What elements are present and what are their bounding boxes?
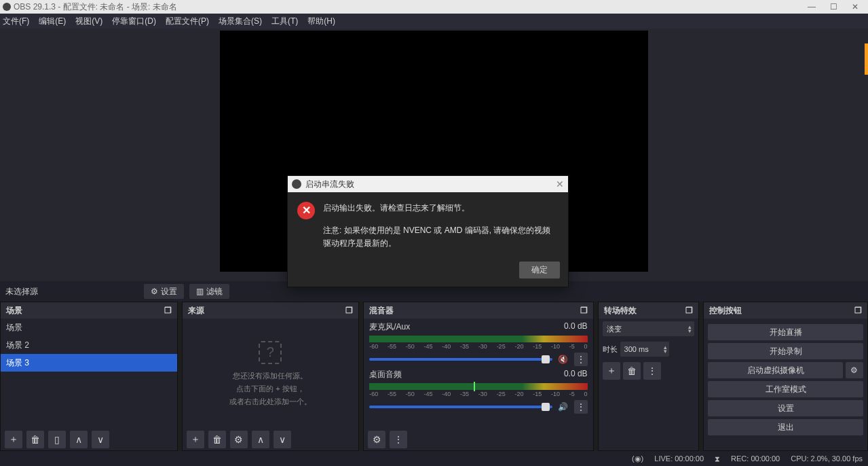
source-filters-button[interactable]: ▥ 滤镜 <box>189 284 229 299</box>
edge-indicator <box>865 43 868 75</box>
source-settings-button[interactable]: ⚙ <box>230 431 248 448</box>
dialog-message-line1: 启动输出失败。请检查日志来了解细节。 <box>323 202 559 215</box>
controls-panel: 控制按钮 ❐ 开始直播 开始录制 启动虚拟摄像机 ⚙ 工作室模式 设置 退出 <box>703 302 868 451</box>
sources-empty-line1: 您还没有添加任何源。 <box>233 371 307 381</box>
settings-button[interactable]: 设置 <box>708 400 863 416</box>
studio-mode-button[interactable]: 工作室模式 <box>708 381 863 397</box>
status-bar: (◉) LIVE: 00:00:00 ⧗ REC: 00:00:00 CPU: … <box>0 451 868 466</box>
sources-empty-line3: 或者右击此处添加一个。 <box>229 397 312 407</box>
duration-value: 300 ms <box>624 345 649 353</box>
start-stream-button[interactable]: 开始直播 <box>708 324 863 340</box>
channel-name: 桌面音频 <box>369 369 402 380</box>
menu-help[interactable]: 帮助(H) <box>307 16 335 27</box>
gear-icon: ⚙ <box>151 287 158 296</box>
status-cpu: CPU: 2.0%, 30.00 fps <box>791 454 863 463</box>
menu-scene-collection[interactable]: 场景集合(S) <box>219 16 262 27</box>
transitions-panel: 转场特效 ❐ 淡变 ▴▾ 时长 300 ms ▴▾ ＋ 🗑 <box>598 302 700 451</box>
volume-slider[interactable] <box>369 358 552 361</box>
volume-meter <box>369 336 587 342</box>
volume-slider[interactable] <box>369 406 552 408</box>
exit-button[interactable]: 退出 <box>708 419 863 435</box>
source-filters-label: 滤镜 <box>206 286 223 298</box>
dialog-message-line2: 注意: 如果你使用的是 NVENC 或 AMD 编码器, 请确保您的视频驱动程序… <box>323 224 559 250</box>
move-scene-up-button[interactable]: ∧ <box>70 431 88 448</box>
add-source-button[interactable]: ＋ <box>187 431 204 448</box>
mixer-channel: 麦克风/Aux0.0 dB-60-55-50-45-40-35-30-25-20… <box>364 319 592 366</box>
menu-edit[interactable]: 编辑(E) <box>39 16 66 27</box>
updown-icon: ▴▾ <box>664 345 667 353</box>
transition-current: 淡变 <box>607 324 622 334</box>
mixer-panel: 混音器 ❐ 麦克风/Aux0.0 dB-60-55-50-45-40-35-30… <box>363 302 593 451</box>
trash-icon: 🗑 <box>212 434 222 445</box>
duration-spinbox[interactable]: 300 ms ▴▾ <box>620 342 669 357</box>
app-logo-icon <box>3 3 11 11</box>
scenes-list: 场景场景 2场景 3 <box>1 319 177 429</box>
mixer-panel-title: 混音器 <box>369 305 394 317</box>
mixer-advanced-button[interactable]: ⚙ <box>368 431 385 448</box>
status-rec: REC: 00:00:00 <box>731 454 780 463</box>
maximize-button[interactable]: ☐ <box>829 2 838 12</box>
scene-item[interactable]: 场景 3 <box>1 354 177 372</box>
scenes-panel: 场景 ❐ 场景场景 2场景 3 ＋ 🗑 ▯ ∧ ∨ <box>0 302 178 451</box>
minimize-button[interactable]: — <box>807 2 816 12</box>
sources-empty-state: ? 您还没有添加任何源。 点击下面的 + 按钮， 或者右击此处添加一个。 <box>183 319 359 429</box>
scene-filter-button[interactable]: ▯ <box>48 431 66 448</box>
close-button[interactable]: ✕ <box>850 2 860 12</box>
popout-icon[interactable]: ❐ <box>854 306 862 315</box>
remove-source-button[interactable]: 🗑 <box>208 431 226 448</box>
source-properties-button[interactable]: ⚙ 设置 <box>144 284 184 299</box>
transition-props-button[interactable]: ⋮ <box>643 362 661 380</box>
menu-dock[interactable]: 停靠窗口(D) <box>112 16 156 27</box>
sources-panel-title: 来源 <box>188 305 204 317</box>
error-dialog: 启动串流失败 ✕ ✕ 启动输出失败。请检查日志来了解细节。 注意: 如果你使用的… <box>287 175 569 287</box>
menu-tools[interactable]: 工具(T) <box>271 16 298 27</box>
dialog-close-button[interactable]: ✕ <box>556 179 564 190</box>
add-scene-button[interactable]: ＋ <box>5 431 22 448</box>
sources-empty-line2: 点击下面的 + 按钮， <box>236 384 305 394</box>
sources-panel: 来源 ❐ ? 您还没有添加任何源。 点击下面的 + 按钮， 或者右击此处添加一个… <box>182 302 360 451</box>
kebab-icon: ⋮ <box>647 365 657 376</box>
remove-transition-button[interactable]: 🗑 <box>623 362 641 380</box>
kebab-icon: ⋮ <box>394 434 403 445</box>
meter-ticks: -60-55-50-45-40-35-30-25-20-15-10-50 <box>369 344 587 350</box>
move-scene-down-button[interactable]: ∨ <box>92 431 109 448</box>
duration-label: 时长 <box>603 344 618 355</box>
transition-select[interactable]: 淡变 ▴▾ <box>603 321 695 336</box>
remove-scene-button[interactable]: 🗑 <box>26 431 44 448</box>
no-source-label: 未选择源 <box>5 286 38 298</box>
start-record-button[interactable]: 开始录制 <box>708 343 863 359</box>
window-title: OBS 29.1.3 - 配置文件: 未命名 - 场景: 未命名 <box>14 1 177 13</box>
dialog-titlebar[interactable]: 启动串流失败 ✕ <box>288 176 568 192</box>
start-vcam-button[interactable]: 启动虚拟摄像机 <box>708 362 843 378</box>
vcam-settings-button[interactable]: ⚙ <box>846 362 863 378</box>
scene-item[interactable]: 场景 2 <box>1 336 177 354</box>
status-live: LIVE: 00:00:00 <box>654 454 704 463</box>
dialog-ok-button[interactable]: 确定 <box>519 262 560 279</box>
scene-item[interactable]: 场景 <box>1 319 177 336</box>
pause-icon: ⧗ <box>715 454 720 463</box>
menu-profile[interactable]: 配置文件(P) <box>166 16 209 27</box>
source-properties-label: 设置 <box>161 286 177 298</box>
gear-icon: ⚙ <box>850 365 858 375</box>
question-icon: ? <box>259 341 282 364</box>
broadcast-icon: (◉) <box>632 454 643 463</box>
popout-icon[interactable]: ❐ <box>685 306 693 315</box>
trash-icon: 🗑 <box>31 434 40 445</box>
menu-file[interactable]: 文件(F) <box>3 16 29 27</box>
scenes-panel-title: 场景 <box>6 305 22 317</box>
move-source-up-button[interactable]: ∧ <box>252 431 269 448</box>
speaker-icon[interactable]: 🔊 <box>556 402 570 412</box>
channel-menu-button[interactable]: ⋮ <box>574 353 588 366</box>
mixer-menu-button[interactable]: ⋮ <box>390 431 407 448</box>
channel-menu-button[interactable]: ⋮ <box>574 400 588 414</box>
window-titlebar: OBS 29.1.3 - 配置文件: 未命名 - 场景: 未命名 — ☐ ✕ <box>0 0 868 14</box>
add-transition-button[interactable]: ＋ <box>603 362 620 380</box>
menu-view[interactable]: 视图(V) <box>75 16 102 27</box>
trash-icon: 🗑 <box>627 365 637 376</box>
popout-icon[interactable]: ❐ <box>580 306 588 315</box>
meter-ticks: -60-55-50-45-40-35-30-25-20-15-10-50 <box>369 391 587 397</box>
popout-icon[interactable]: ❐ <box>164 306 172 315</box>
move-source-down-button[interactable]: ∨ <box>273 431 291 448</box>
mute-icon[interactable]: 🔇 <box>556 355 570 364</box>
popout-icon[interactable]: ❐ <box>345 306 353 315</box>
